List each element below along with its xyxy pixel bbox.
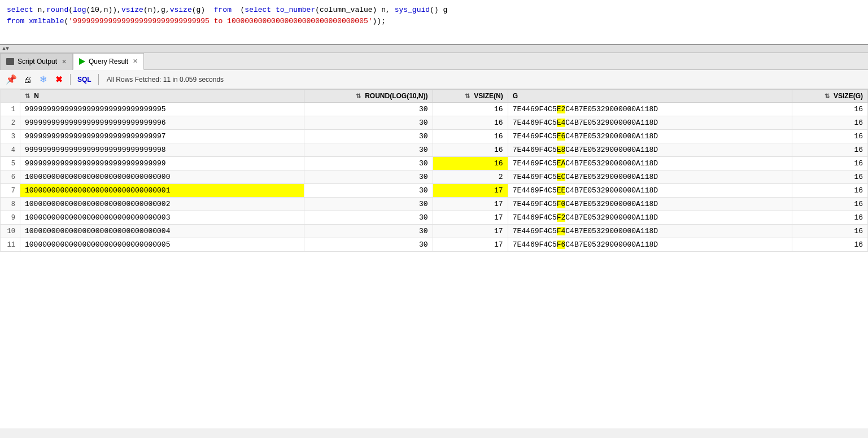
cell-n: 100000000000000000000000000000002 (20, 198, 304, 211)
cell-rownum: 7 (1, 184, 20, 198)
g-before: 7E4469F4C5 (513, 240, 557, 249)
g-before: 7E4469F4C5 (513, 173, 557, 181)
g-highlight: F6 (557, 240, 566, 249)
cell-rownum: 3 (1, 130, 20, 143)
cell-round: 30 (304, 170, 433, 184)
g-after: C4B7E05329000000A118D (565, 146, 658, 154)
cell-round: 30 (304, 198, 433, 211)
cell-g: 7E4469F4C5E8C4B7E05329000000A118D (508, 143, 792, 157)
g-after: C4B7E05329000000A118D (565, 173, 658, 181)
cell-n: 100000000000000000000000000000000 (20, 170, 304, 184)
table-header-row: ⇅ N ⇅ ROUND(LOG(10,N)) ⇅ VSIZE(N) G ⇅ VS… (1, 90, 868, 103)
g-before: 7E4469F4C5 (513, 119, 557, 127)
g-before: 7E4469F4C5 (513, 105, 557, 113)
cell-vsize-g: 16 (792, 103, 867, 116)
tab-script-output[interactable]: Script Output ✕ (0, 53, 73, 70)
col-vsize-g-label: VSIZE(G) (834, 92, 863, 100)
col-header-rownum (1, 90, 20, 103)
cell-n: 99999999999999999999999999999998 (20, 143, 304, 157)
g-after: C4B7E05329000000A118D (565, 119, 658, 127)
cell-vsize-n: 17 (433, 211, 508, 225)
tab-query-result-close[interactable]: ✕ (133, 58, 138, 65)
cell-g: 7E4469F4C5ECC4B7E05329000000A118D (508, 170, 792, 184)
g-after: C4B7E05329000000A118D (565, 213, 658, 222)
cell-rownum: 11 (1, 238, 20, 252)
table-row: 59999999999999999999999999999999930167E4… (1, 157, 868, 170)
cell-g: 7E4469F4C5E6C4B7E05329000000A118D (508, 130, 792, 143)
col-header-round[interactable]: ⇅ ROUND(LOG(10,N)) (304, 90, 433, 103)
cell-rownum: 2 (1, 116, 20, 130)
cell-round: 30 (304, 157, 433, 170)
table-body: 19999999999999999999999999999999530167E4… (1, 103, 868, 252)
delete-button[interactable]: ✖ (52, 73, 66, 86)
g-after: C4B7E05329000000A118D (565, 240, 658, 249)
cell-rownum: 1 (1, 103, 20, 116)
cell-vsize-g: 16 (792, 130, 867, 143)
cell-n: 99999999999999999999999999999997 (20, 130, 304, 143)
cell-n: 100000000000000000000000000000004 (20, 225, 304, 238)
tab-query-result[interactable]: Query Result ✕ (73, 53, 144, 70)
cell-n: 100000000000000000000000000000003 (20, 211, 304, 225)
table-row: 710000000000000000000000000000000130177E… (1, 184, 868, 198)
g-highlight: EA (557, 159, 566, 168)
script-output-icon (6, 58, 14, 65)
cell-round: 30 (304, 143, 433, 157)
cell-n: 99999999999999999999999999999999 (20, 157, 304, 170)
table-row: 1010000000000000000000000000000000430177… (1, 225, 868, 238)
g-highlight: F2 (557, 213, 566, 222)
tab-query-result-label: Query Result (89, 58, 128, 65)
cell-vsize-g: 16 (792, 198, 867, 211)
cell-vsize-n: 17 (433, 225, 508, 238)
table-row: 1110000000000000000000000000000000530177… (1, 238, 868, 252)
results-table-container[interactable]: ⇅ N ⇅ ROUND(LOG(10,N)) ⇅ VSIZE(N) G ⇅ VS… (0, 89, 868, 428)
cell-vsize-n: 16 (433, 103, 508, 116)
cell-rownum: 9 (1, 211, 20, 225)
col-n-label: N (34, 92, 39, 100)
print-button[interactable]: 🖨 (20, 73, 34, 86)
sort-icon-round: ⇅ (356, 93, 361, 100)
g-after: C4B7E05329000000A118D (565, 105, 658, 113)
toolbar-separator (70, 74, 71, 85)
g-after: C4B7E05329000000A118D (565, 159, 658, 168)
table-row: 29999999999999999999999999999999630167E4… (1, 116, 868, 130)
tab-script-output-label: Script Output (18, 58, 57, 65)
col-header-g[interactable]: G (508, 90, 792, 103)
cell-rownum: 5 (1, 157, 20, 170)
g-highlight: E8 (557, 146, 566, 154)
pin-icon: 📌 (6, 74, 17, 85)
cell-round: 30 (304, 225, 433, 238)
sql-editor[interactable]: select n,round(log(10,n)),vsize(n),g,vsi… (0, 0, 868, 45)
cell-g: 7E4469F4C5F2C4B7E05329000000A118D (508, 211, 792, 225)
query-result-icon (79, 58, 85, 65)
g-before: 7E4469F4C5 (513, 213, 557, 222)
cell-g: 7E4469F4C5F6C4B7E05329000000A118D (508, 238, 792, 252)
col-header-vsize-n[interactable]: ⇅ VSIZE(N) (433, 90, 508, 103)
sql-button[interactable]: SQL (75, 75, 94, 85)
cell-n: 99999999999999999999999999999996 (20, 116, 304, 130)
cell-n: 99999999999999999999999999999995 (20, 103, 304, 116)
cell-g: 7E4469F4C5F4C4B7E05329000000A118D (508, 225, 792, 238)
cell-vsize-g: 16 (792, 211, 867, 225)
cell-vsize-n: 16 (433, 143, 508, 157)
cell-g: 7E4469F4C5E2C4B7E05329000000A118D (508, 103, 792, 116)
cell-vsize-n: 2 (433, 170, 508, 184)
col-header-n[interactable]: ⇅ N (20, 90, 304, 103)
toolbar-status: All Rows Fetched: 11 in 0.059 seconds (107, 76, 224, 84)
col-header-vsize-g[interactable]: ⇅ VSIZE(G) (792, 90, 867, 103)
table-row: 61000000000000000000000000000000003027E4… (1, 170, 868, 184)
sort-icon-vsize-n: ⇅ (465, 93, 470, 100)
cell-vsize-g: 16 (792, 225, 867, 238)
cell-vsize-n: 16 (433, 116, 508, 130)
g-before: 7E4469F4C5 (513, 186, 557, 195)
g-highlight: E2 (557, 105, 566, 113)
cell-round: 30 (304, 184, 433, 198)
cell-rownum: 6 (1, 170, 20, 184)
freeze-icon: ❄ (40, 74, 47, 85)
cell-n: 100000000000000000000000000000001 (20, 184, 304, 198)
table-row: 810000000000000000000000000000000230177E… (1, 198, 868, 211)
tab-script-output-close[interactable]: ✕ (62, 58, 67, 65)
freeze-button[interactable]: ❄ (36, 73, 50, 86)
g-highlight: E4 (557, 119, 566, 127)
pin-button[interactable]: 📌 (5, 73, 18, 86)
g-after: C4B7E05329000000A118D (565, 186, 658, 195)
